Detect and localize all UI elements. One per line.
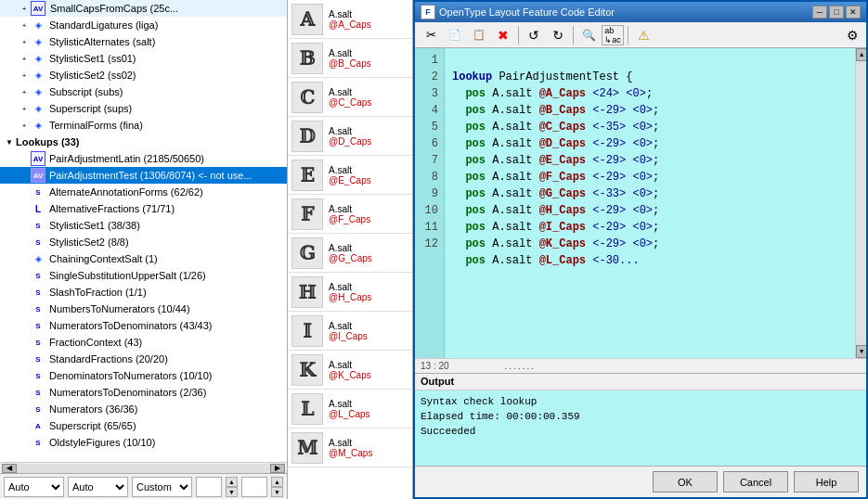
spinner-2-up[interactable]: ▲ (271, 477, 283, 487)
paste-button[interactable]: 📋 (468, 25, 490, 45)
code-editor[interactable]: 1 2 3 4 5 6 7 8 9 10 11 12 lookup PairAd… (415, 48, 866, 358)
item-label: StylisticSet1 (ss01) (49, 53, 136, 64)
glyph-icon: 𝔹 (291, 43, 323, 74)
cancel-button[interactable]: Cancel (723, 471, 788, 493)
warning-button[interactable]: ⚠ (632, 25, 654, 45)
scroll-left-btn[interactable]: ◀ (2, 464, 17, 473)
list-item[interactable]: L AlternativeFractions (71/71) (0, 200, 287, 217)
glyph-item[interactable]: 𝔽 A.salt @F_Caps (288, 195, 412, 234)
glyph-icon: 𝕀 (291, 315, 323, 347)
copy-button[interactable]: 📄 (444, 25, 466, 45)
list-item[interactable]: S NumbersToNumerators (10/44) (0, 301, 287, 317)
expand-icon: + (19, 120, 30, 131)
list-item[interactable]: S OldstyleFigures (10/10) (0, 434, 287, 451)
spinner-1-down[interactable]: ▼ (226, 487, 238, 497)
maximize-button[interactable]: □ (829, 6, 844, 19)
undo-button[interactable]: ↺ (523, 25, 545, 45)
list-item[interactable]: AV PairAdjustmentLatin (2185/50650) (0, 150, 287, 167)
minimize-button[interactable]: ─ (812, 6, 827, 19)
item-label: SlashToFraction (1/1) (49, 287, 147, 298)
scroll-right-btn[interactable]: ▶ (270, 464, 285, 473)
expand-icon (19, 420, 30, 431)
list-item[interactable]: S AlternateAnnotationForms (62/62) (0, 184, 287, 200)
delete-button[interactable]: ✖ (492, 25, 514, 45)
glyph-icon: ℂ (291, 82, 323, 113)
settings-button[interactable]: ⚙ (842, 25, 862, 45)
lookup-icon: S (31, 402, 45, 416)
glyph-item[interactable]: ℂ A.salt @C_Caps (288, 78, 412, 117)
glyph-item[interactable]: 𝔾 A.salt @G_Caps (288, 234, 412, 273)
item-label: SmallCapsFromCaps (25c... (50, 3, 178, 14)
list-item[interactable]: S NumeratorsToDenominators (2/36) (0, 384, 287, 401)
list-item[interactable]: + ◈ StylisticAlternates (salt) (0, 33, 287, 50)
lookup-icon: S (31, 285, 45, 300)
list-item[interactable]: S Numerators (36/36) (0, 401, 287, 417)
cut-button[interactable]: ✂ (420, 25, 442, 45)
glyph-item[interactable]: 𝔼 A.salt @E_Caps (288, 156, 412, 195)
dropdown-third[interactable]: Custom (132, 477, 192, 497)
scroll-up-btn[interactable]: ▲ (856, 48, 866, 61)
list-item[interactable]: + ◈ TerminalForms (fina) (0, 117, 287, 134)
left-panel: + AV SmallCapsFromCaps (25c... + ◈ Stand… (0, 0, 288, 499)
list-item-selected[interactable]: AV PairAdjustmentTest (1306/8074) <- not… (0, 167, 287, 184)
list-item[interactable]: S SingleSubstitutionUpperSalt (1/26) (0, 267, 287, 284)
glyph-item[interactable]: 𝕀 A.salt @I_Caps (288, 312, 412, 351)
vertical-scrollbar[interactable]: ▲ ▼ (855, 48, 866, 358)
list-item[interactable]: S SlashToFraction (1/1) (0, 284, 287, 301)
cursor-position: 13 : 20 (421, 361, 449, 371)
ok-button[interactable]: OK (653, 471, 718, 493)
scroll-down-btn[interactable]: ▼ (856, 345, 866, 358)
list-item[interactable]: S StandardFractions (20/20) (0, 351, 287, 367)
list-item[interactable]: + ◈ Superscript (sups) (0, 100, 287, 117)
close-button[interactable]: ✕ (846, 6, 861, 19)
list-item[interactable]: + ◈ StylisticSet2 (ss02) (0, 67, 287, 83)
feature-icon: ◈ (31, 34, 45, 49)
list-item[interactable]: ◈ ChainingContextSalt (1) (0, 250, 287, 267)
glyph-item[interactable]: 𝔻 A.salt @D_Caps (288, 117, 412, 156)
list-item[interactable]: S StylisticSet2 (8/8) (0, 234, 287, 250)
spinner-2-down[interactable]: ▼ (271, 487, 283, 497)
list-item[interactable]: + ◈ StylisticSet1 (ss01) (0, 50, 287, 67)
section-lookups[interactable]: ▼ Lookups (33) (0, 134, 287, 150)
expand-icon (19, 186, 30, 198)
list-item[interactable]: S DenominatorsToNumerators (10/10) (0, 367, 287, 384)
list-item[interactable]: A Superscript (65/65) (0, 417, 287, 434)
glyph-item[interactable]: 𝕂 A.salt @K_Caps (288, 351, 412, 390)
redo-button[interactable]: ↺ (547, 25, 569, 45)
dropdown-second[interactable]: Auto (68, 477, 128, 497)
glyph-item[interactable]: 𝕃 A.salt @L_Caps (288, 390, 412, 429)
scroll-thumb[interactable] (856, 61, 866, 345)
glyph-name: A.salt (329, 282, 371, 292)
glyph-item[interactable]: 𝔸 A.salt @A_Caps (288, 0, 412, 39)
ab-button[interactable]: ab↳ac (602, 25, 624, 45)
list-item[interactable]: S NumeratorsToDenominators (43/43) (0, 317, 287, 334)
spinner-1-up[interactable]: ▲ (226, 477, 238, 487)
glyph-item[interactable]: ℍ A.salt @H_Caps (288, 273, 412, 312)
feature-icon: ◈ (31, 101, 45, 116)
dialog-buttons: OK Cancel Help (415, 466, 866, 497)
help-button[interactable]: Help (794, 471, 859, 493)
spinner-input-2[interactable]: 30 (241, 477, 267, 497)
glyph-class: @F_Caps (329, 214, 370, 224)
spinner-1-btns: ▲ ▼ (226, 477, 238, 497)
glyph-icon: 𝔸 (291, 4, 323, 35)
horizontal-scrollbar[interactable]: ◀ ▶ (0, 462, 287, 473)
item-label: NumeratorsToDenominators (43/43) (49, 320, 212, 331)
list-item[interactable]: + ◈ Subscript (subs) (0, 83, 287, 100)
list-item[interactable]: + AV SmallCapsFromCaps (25c... (0, 0, 287, 17)
spinner-input-1[interactable]: 1 (196, 477, 222, 497)
glyph-item[interactable]: 𝕄 A.salt @M_Caps (288, 429, 412, 467)
expand-icon: + (19, 3, 30, 14)
status-dots: ....... (505, 361, 536, 371)
list-item[interactable]: + ◈ StandardLigatures (liga) (0, 17, 287, 33)
scroll-track (17, 464, 270, 473)
item-label: AlternativeFractions (71/71) (49, 203, 175, 214)
item-label: AlternateAnnotationForms (62/62) (49, 186, 203, 198)
list-item[interactable]: S StylisticSet1 (38/38) (0, 217, 287, 234)
glyph-name: A.salt (329, 360, 371, 370)
code-content[interactable]: lookup PairAdjustmentTest { pos A.salt @… (445, 48, 855, 358)
glyph-item[interactable]: 𝔹 A.salt @B_Caps (288, 39, 412, 78)
list-item[interactable]: S FractionContext (43) (0, 334, 287, 351)
find-button[interactable]: 🔍 (577, 25, 600, 45)
dropdown-first[interactable]: Auto (4, 477, 64, 497)
